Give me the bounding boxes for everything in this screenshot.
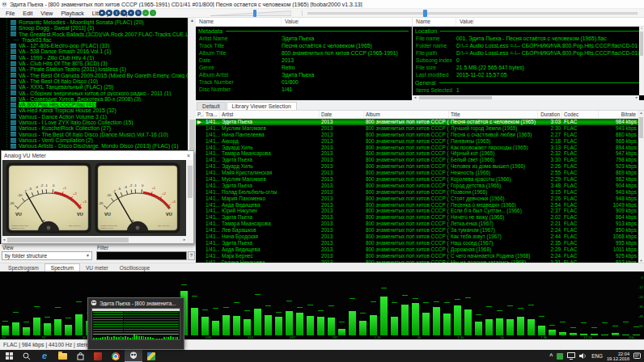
library-tree-item[interactable]: Romantic Melodies - Moonlight Sonata (FL… xyxy=(0,19,188,25)
language-indicator[interactable]: ENG xyxy=(591,353,603,359)
foobar2000-taskbar-button[interactable] xyxy=(125,350,142,362)
scrollbar-thumb[interactable] xyxy=(189,120,195,150)
vis-tab-oscilloscope[interactable]: Oscilloscope xyxy=(114,264,155,272)
scroll-left-icon[interactable]: ◄ xyxy=(413,95,417,99)
library-tree-item[interactable]: VA - The Best Of Italo Disco (10) xyxy=(0,78,188,84)
app-button-red[interactable] xyxy=(89,350,107,362)
library-tree-item[interactable]: VA - Созвездие Хитов. Дискотека 80-х (20… xyxy=(0,96,188,102)
clock[interactable]: 22:04 19.12.2016 xyxy=(607,351,629,361)
library-tree-item[interactable]: VA - 538 Dance Smash 2016 Vol.1 (1) xyxy=(0,48,188,54)
playback-button-extra-1[interactable]: + xyxy=(142,10,149,16)
file-explorer-button[interactable] xyxy=(53,350,71,362)
library-tree-item[interactable]: Various - The Best Of Italo Disco (Dance… xyxy=(0,132,188,137)
close-icon[interactable]: × xyxy=(184,153,193,158)
playlist-row[interactable]: 1/41...Эдуард Хиль2013800 знаменитых поп… xyxy=(196,163,638,170)
library-tree-item[interactable]: Various - I Love ZYX Italo Disco Collect… xyxy=(0,120,188,125)
playlist-row[interactable]: 1/41...Аккорд2013800 знаменитых поп хито… xyxy=(196,138,638,145)
playlist-row[interactable]: 1/41...Эдита Пьеха2013800 знаменитых поп… xyxy=(196,240,638,246)
tray-expand-icon[interactable]: ^ xyxy=(549,353,553,359)
metadata-row[interactable]: Artist NameЭдита Пьеха xyxy=(196,35,412,42)
vis-tab-spectrum[interactable]: Spectrum xyxy=(44,263,80,272)
library-tree-item[interactable]: VA-Hed Kandi Tropical House 2015 (32) xyxy=(0,107,188,113)
playback-button-extra-2[interactable]: ↓ xyxy=(150,10,156,16)
playlist-row[interactable]: 1/41...Аида Ведищева2013800 знаменитых п… xyxy=(196,246,638,253)
playlist-row[interactable]: 1/41...Эдита Пьеха2013800 знаменитых поп… xyxy=(196,157,638,163)
library-tree-item[interactable]: Various - KuschelRock Collection (27) xyxy=(0,125,188,131)
playlist-column-header[interactable]: Title xyxy=(449,111,538,118)
display-icon[interactable] xyxy=(567,352,575,360)
playlist-row[interactable]: 1/41...Мария Пахоменко2013800 знаменитых… xyxy=(196,196,638,202)
playback-button-previous[interactable]: ◂ xyxy=(121,10,127,16)
location-row[interactable]: File name001. Эдита Пьеха - Песня остаёт… xyxy=(413,35,644,42)
library-tree-item[interactable]: Various - Venti Compilation (2) xyxy=(0,137,188,143)
edge-button[interactable]: e xyxy=(36,350,53,362)
metadata-row[interactable]: Album Title800 знаменитых поп хитов СССР… xyxy=(196,49,412,57)
metadata-row[interactable]: Album ArtistЭдита Пьеха xyxy=(196,71,412,78)
playlist-column-header[interactable]: Codec xyxy=(562,111,599,118)
library-tree-item[interactable]: —Track03.flac xyxy=(0,37,188,43)
scroll-left-icon[interactable]: ◄ xyxy=(2,238,6,242)
column-name[interactable]: Name xyxy=(413,18,456,26)
library-tree-item[interactable]: Various - Dance Action Volume 3 (1) xyxy=(0,114,188,120)
scroll-up-icon[interactable]: ▲ xyxy=(189,18,196,23)
playlist-row[interactable]: 1/41...Муслим Магомаев2013800 знаменитых… xyxy=(196,125,638,132)
location-row[interactable]: File size21.5 MB (22 565 647 bytes) xyxy=(413,64,644,71)
playlist-column-header[interactable]: Album xyxy=(364,111,449,118)
playlist-row[interactable]: 1/41...Майя Кристалинская2013800 знамени… xyxy=(196,170,638,176)
playlist-row[interactable]: 1/41...Тамара Миансарова2013800 знаменит… xyxy=(196,221,638,227)
library-tree-item[interactable]: Various Artists - Disco Discharge. Mondo… xyxy=(0,143,188,149)
column-name[interactable]: Name xyxy=(196,18,282,26)
playlist-row[interactable]: 1/41...Полад Бюльбюль-оглы2013800 знамен… xyxy=(196,189,638,196)
playlist-row[interactable]: 1/41...Нина Бродская2013800 знаменитых п… xyxy=(196,234,638,240)
playback-button-next[interactable]: ▸ xyxy=(128,10,134,16)
scroll-up-icon[interactable]: ▲ xyxy=(638,111,644,115)
playback-button-play[interactable]: ▶ xyxy=(106,10,112,16)
vis-tab-spectrogram[interactable]: Spectrogram xyxy=(2,264,44,272)
library-tree-item[interactable]: Snoop Dogg - Sweat [2011] (1) xyxy=(0,25,188,31)
playlist-row[interactable]: 1/41...Лев Барашков2013800 знаменитых по… xyxy=(196,227,638,234)
view-dropdown[interactable]: by folder structure ▼ xyxy=(2,251,92,260)
library-tree-item[interactable]: VA - The Best Of Garuda 2009-2015 (Mixed… xyxy=(0,73,188,78)
app-button-media[interactable] xyxy=(142,350,160,362)
search-button[interactable] xyxy=(18,350,36,362)
playback-button-pause[interactable]: ∥ xyxy=(113,10,120,16)
playlist-row[interactable]: 1/41...Юрий Никулин2013800 знаменитых по… xyxy=(196,208,638,214)
playlist-row[interactable]: 1/41...Аида Ведищева2013800 знаменитых п… xyxy=(196,202,638,208)
location-vertical-scrollbar[interactable]: ^ xyxy=(639,27,644,95)
metadata-row[interactable]: GenreRetro xyxy=(196,64,412,71)
metadata-row[interactable]: Track TitleПесня остаётся с человеком (1… xyxy=(196,42,412,49)
menu-view[interactable]: View xyxy=(36,9,57,18)
library-tree-item[interactable]: VA - XXXL Танцевальный (FLAC) (29) xyxy=(0,84,188,90)
volume-slider-handle[interactable] xyxy=(253,10,256,17)
library-tree-item[interactable]: VA - Сборник энергичных хитов от русског… xyxy=(0,90,188,96)
playlist-tab-library-viewer-selection[interactable]: Library Viewer Selection xyxy=(227,102,297,110)
playlist-column-header[interactable]: Date xyxy=(320,111,364,118)
location-row[interactable]: File pathD:\-= Audio LossLess =-\-- СБОР… xyxy=(413,49,644,57)
playlist-row[interactable]: 1/41...Муслим Магомаев2013800 знаменитых… xyxy=(196,176,638,183)
playback-button-stop[interactable]: ■ xyxy=(99,10,105,16)
playlist-row[interactable]: 1/41...Марк Бернес2013800 знаменитых поп… xyxy=(196,253,638,259)
playlist-column-header[interactable]: Tra... xyxy=(204,111,220,118)
seek-bar-handle[interactable] xyxy=(423,10,427,17)
tray-app-icon[interactable] xyxy=(557,353,563,360)
location-row[interactable]: Last modified2015-11-02 15:57:05 xyxy=(413,71,644,78)
playlist-vertical-scrollbar[interactable]: ▲ ▼ xyxy=(638,111,644,263)
playlist-column-header[interactable]: Duration xyxy=(538,111,562,118)
start-button[interactable] xyxy=(0,350,18,362)
library-tree-item[interactable]: VA - Club Hits Of The 80'S (3CD) (3) xyxy=(0,61,188,66)
window-thumbnail[interactable] xyxy=(91,308,180,340)
store-button[interactable] xyxy=(71,350,89,362)
vu-vertical-scrollbar[interactable] xyxy=(187,160,193,236)
metadata-row[interactable]: Date2013 xyxy=(196,57,412,64)
chrome-button[interactable] xyxy=(107,350,125,362)
vu-window-titlebar[interactable]: Analog VU Meter × xyxy=(2,151,193,160)
library-tree-item[interactable]: VA - 12''-80s-Electro-pop (FLAC) (33) xyxy=(0,43,188,48)
playlist-row[interactable]: 1/41...Нина Пантелеева2013800 знаменитых… xyxy=(196,132,638,138)
playlist-column-header[interactable]: P... xyxy=(196,111,204,118)
playlist-column-header[interactable]: Bitrate xyxy=(599,111,638,118)
playlist-row[interactable]: ▶1/41...Эдита Пьеха2013800 знаменитых по… xyxy=(196,119,638,125)
metadata-row[interactable]: Disc Number1/41 xyxy=(196,86,412,93)
column-value[interactable]: Value xyxy=(456,18,474,26)
menu-file[interactable]: File xyxy=(2,9,19,18)
filter-input[interactable] xyxy=(96,251,187,260)
